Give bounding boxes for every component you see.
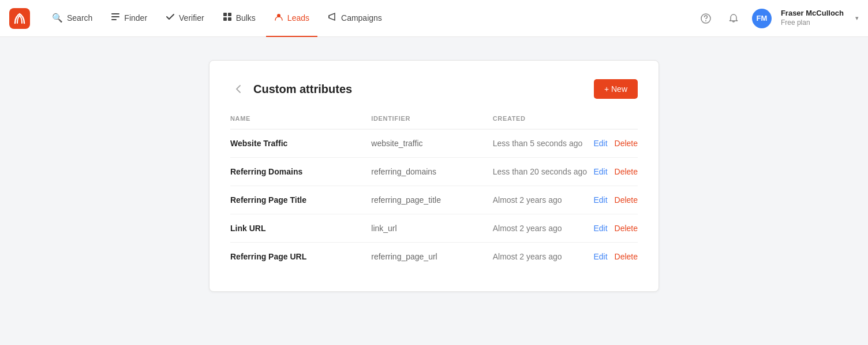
col-identifier: IDENTIFIER: [371, 115, 492, 129]
svg-rect-1: [111, 13, 119, 14]
row-name: Referring Page URL: [230, 243, 371, 271]
search-nav-icon: 🔍: [52, 13, 63, 23]
row-actions: Edit Delete: [593, 243, 638, 271]
col-name: NAME: [230, 115, 371, 129]
svg-point-10: [705, 20, 706, 21]
navbar: 🔍 Search Finder Verifier Bulks Leads: [0, 0, 868, 37]
card-title-group: Custom attributes: [230, 81, 352, 97]
row-created: Almost 2 years ago: [493, 186, 594, 214]
user-plan: Free plan: [781, 18, 844, 28]
nav-item-leads[interactable]: Leads: [266, 0, 317, 37]
svg-rect-2: [111, 16, 119, 17]
delete-button[interactable]: Delete: [615, 195, 638, 205]
row-actions: Edit Delete: [593, 158, 638, 186]
app-logo[interactable]: [9, 8, 30, 29]
svg-rect-0: [9, 8, 30, 29]
edit-button[interactable]: Edit: [593, 252, 607, 261]
table-row: Referring Page URL referring_page_url Al…: [230, 243, 638, 271]
nav-items: 🔍 Search Finder Verifier Bulks Leads: [44, 0, 697, 37]
back-button[interactable]: [230, 81, 246, 97]
card-header: Custom attributes + New: [230, 79, 638, 99]
notifications-button[interactable]: [724, 9, 743, 28]
row-name: Referring Domains: [230, 158, 371, 186]
edit-button[interactable]: Edit: [593, 139, 607, 148]
delete-button[interactable]: Delete: [615, 167, 638, 176]
edit-button[interactable]: Edit: [593, 195, 607, 205]
verifier-icon: [166, 12, 175, 23]
delete-button[interactable]: Delete: [615, 224, 638, 233]
table-row: Referring Domains referring_domains Less…: [230, 158, 638, 186]
svg-rect-4: [223, 13, 227, 16]
leads-icon: [274, 12, 283, 23]
row-actions: Edit Delete: [593, 186, 638, 214]
row-name: Website Traffic: [230, 129, 371, 158]
row-identifier: referring_page_title: [371, 186, 492, 214]
finder-icon: [111, 12, 120, 23]
bulks-icon: [223, 12, 232, 23]
nav-item-verifier[interactable]: Verifier: [158, 0, 212, 37]
user-info: Fraser McCulloch Free plan: [781, 9, 844, 27]
edit-button[interactable]: Edit: [593, 224, 607, 233]
row-identifier: referring_page_url: [371, 243, 492, 271]
row-name: Referring Page Title: [230, 186, 371, 214]
table-header: NAME IDENTIFIER CREATED: [230, 115, 638, 129]
row-actions: Edit Delete: [593, 214, 638, 243]
nav-right: FM Fraser McCulloch Free plan ▾: [697, 9, 859, 28]
svg-rect-5: [228, 13, 231, 16]
row-identifier: link_url: [371, 214, 492, 243]
main-content: Custom attributes + New NAME IDENTIFIER …: [0, 37, 868, 315]
nav-item-search[interactable]: 🔍 Search: [44, 0, 100, 37]
user-chevron-icon[interactable]: ▾: [855, 14, 859, 22]
table-row: Referring Page Title referring_page_titl…: [230, 186, 638, 214]
custom-attributes-card: Custom attributes + New NAME IDENTIFIER …: [209, 60, 659, 292]
row-name: Link URL: [230, 214, 371, 243]
svg-rect-3: [111, 19, 117, 20]
nav-item-finder[interactable]: Finder: [103, 0, 155, 37]
row-identifier: website_traffic: [371, 129, 492, 158]
col-actions: [593, 115, 638, 129]
row-created: Less than 5 seconds ago: [493, 129, 594, 158]
table-row: Link URL link_url Almost 2 years ago Edi…: [230, 214, 638, 243]
attributes-table: NAME IDENTIFIER CREATED Website Traffic …: [230, 115, 638, 270]
edit-button[interactable]: Edit: [593, 167, 607, 176]
col-created: CREATED: [493, 115, 594, 129]
svg-rect-7: [228, 17, 231, 21]
row-actions: Edit Delete: [593, 129, 638, 158]
row-created: Less than 20 seconds ago: [493, 158, 594, 186]
delete-button[interactable]: Delete: [615, 252, 638, 261]
table-row: Website Traffic website_traffic Less tha…: [230, 129, 638, 158]
user-name: Fraser McCulloch: [781, 9, 844, 18]
campaigns-icon: [328, 12, 337, 23]
svg-rect-6: [223, 17, 227, 21]
help-button[interactable]: [697, 9, 715, 28]
table-body: Website Traffic website_traffic Less tha…: [230, 129, 638, 271]
delete-button[interactable]: Delete: [615, 139, 638, 148]
row-created: Almost 2 years ago: [493, 243, 594, 271]
nav-item-campaigns[interactable]: Campaigns: [320, 0, 390, 37]
page-title: Custom attributes: [253, 83, 352, 96]
nav-item-bulks[interactable]: Bulks: [215, 0, 264, 37]
row-created: Almost 2 years ago: [493, 214, 594, 243]
avatar[interactable]: FM: [752, 9, 772, 28]
row-identifier: referring_domains: [371, 158, 492, 186]
new-button[interactable]: + New: [594, 79, 638, 99]
